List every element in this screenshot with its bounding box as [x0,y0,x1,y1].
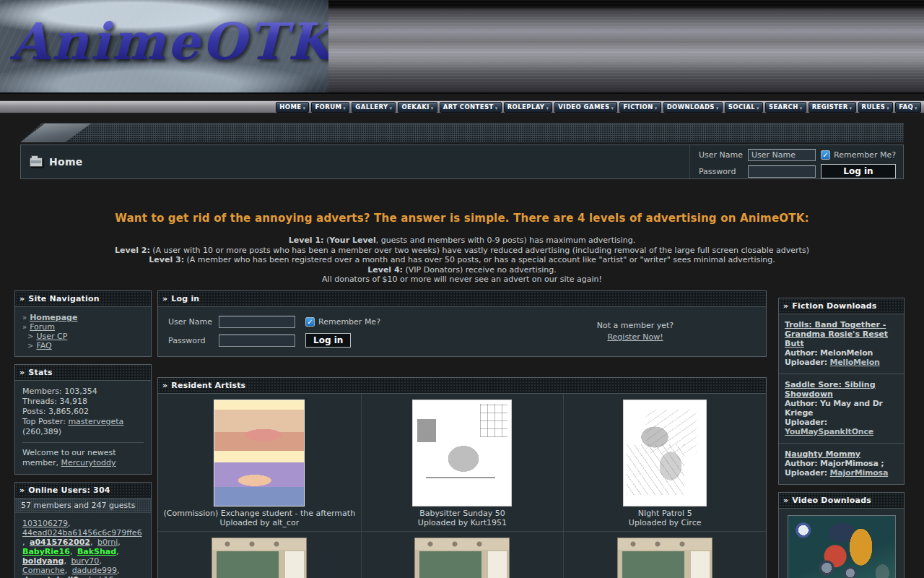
nav-item-rules[interactable]: RULES▾ [858,102,894,113]
fiction-uploader: Uploader: MajorMimosa [785,468,898,478]
panel-title: Log in [171,294,199,303]
top-login-form: User Name ✓ Remember Me? Password Log in [689,145,903,178]
password-input[interactable] [219,335,295,347]
nav-item-fiction[interactable]: FICTION▾ [619,102,661,113]
artist-thumbnail-link[interactable] [412,400,512,506]
artist-thumbnail-link[interactable] [617,538,712,578]
advert-notice: Want to get rid of the annoying adverts?… [0,212,924,285]
fiction-title-link[interactable]: Saddle Sore: Sibling Showdown [785,380,898,399]
dropdown-arrow-icon: ▾ [757,106,759,112]
nav-item-faq[interactable]: FAQ▾ [895,102,921,113]
uploader-link[interactable]: YouMaySpankItOnce [785,427,873,436]
site-logo[interactable]: AnimeOTK [10,12,328,72]
right-sidebar: »Fiction Downloads Trolls: Band Together… [778,298,905,578]
login-form: User Name ✓ Remember Me? Password Log in… [158,307,766,356]
remember-me: ✓ Remember Me? [305,317,515,327]
nav-item-oekaki[interactable]: OEKAKI▾ [398,102,437,113]
uploader-link[interactable]: MelloMelon [830,358,880,367]
artwork-cell [563,531,766,578]
nav-item-home[interactable]: HOME▾ [276,102,309,113]
fiction-title-link[interactable]: Trolls: Band Together - Grandma Rosie's … [785,320,898,348]
password-label: Password [699,167,743,176]
artist-thumbnail-link[interactable] [623,400,707,506]
username-label: User Name [168,317,213,327]
username-input[interactable] [219,316,295,328]
online-user-link[interactable]: dadude999 [72,566,117,575]
register-now-link[interactable]: Register Now! [607,332,663,342]
login-button[interactable]: Log in [305,333,351,348]
video-item: Tu Seras un Taxi, Mon Fils! [779,509,904,578]
fiction-title-link[interactable]: Naughty Mommy [785,449,860,459]
video-downloads-header: »Video Downloads [779,493,904,509]
nav-item-register[interactable]: REGISTER▾ [808,102,856,113]
online-user-link[interactable]: bury70 [71,556,99,566]
stat-members: Members: 103,354 [22,387,144,397]
artwork-title: (Commission) Exchange student - the afte… [162,509,357,518]
header-arrow-icon: » [783,301,788,311]
nav-item-video-games[interactable]: VIDEO GAMES▾ [554,102,617,113]
online-user-link[interactable]: Comanche [22,566,65,575]
nav-item-gallery[interactable]: GALLERY▾ [352,102,396,113]
login-button[interactable]: Log in [821,164,896,178]
sidebar-link-homepage[interactable]: Homepage [30,313,77,322]
separator: , [117,566,120,575]
artwork-title: NIght Patrol 5 [568,509,762,518]
nav-item-downloads[interactable]: DOWNLOADS▾ [663,102,723,113]
nav-item-forum[interactable]: FORUM▾ [311,102,349,113]
breadcrumb-panel: Home User Name ✓ Remember Me? Password L… [20,144,904,179]
decorative-banner-cap [20,124,101,142]
dropdown-arrow-icon: ▾ [302,106,305,112]
top-poster-link[interactable]: mastervegeta [68,417,123,426]
online-user-link[interactable]: b0rni [97,538,118,547]
nav-label: GALLERY [355,103,388,111]
username-input[interactable] [748,149,816,161]
online-user-link[interactable]: BabyRie16 [22,547,70,556]
site-navigation-header: »Site Navigation [15,291,151,307]
artist-thumbnail-link[interactable] [212,538,307,578]
artwork-cell: (Commission) Exchange student - the afte… [158,394,361,531]
header-arrow-icon: » [162,294,167,303]
nav-item-search[interactable]: SEARCH▾ [765,102,806,113]
online-user-link[interactable]: 103106279 [22,519,68,528]
nav-item-roleplay[interactable]: ROLEPLAY▾ [504,102,553,113]
advert-notice-heading: Want to get rid of the annoying adverts?… [0,212,924,225]
fiction-author: Author: MelonMelon [785,348,898,358]
artwork-image [214,400,305,506]
fiction-uploader: Uploader: YouMaySpankItOnce [785,418,898,436]
password-input[interactable] [748,165,816,178]
online-user-link[interactable]: dark16 [86,575,114,578]
header-arrow-icon: » [19,294,25,303]
video-thumbnail-link[interactable] [788,515,896,578]
stat-posts: Posts: 3,865,602 [22,407,144,417]
page-title: Home [49,156,83,168]
nav-item-art-contest[interactable]: ART CONTEST▾ [440,102,502,113]
panel-title: Resident Artists [171,381,245,390]
online-user-link[interactable]: 44ead024ba61456c6c979ffe6 [22,528,142,538]
link-arrow-icon: » [22,323,27,331]
online-user-link[interactable]: a0415762002 [30,538,90,547]
online-user-link[interactable]: BakShad [77,547,116,556]
panel-title: Video Downloads [792,496,871,505]
online-user-link[interactable]: damntohell0 [22,575,79,578]
advert-donators: All donators of $10 or more will never s… [0,275,924,285]
stats-panel: »Stats Members: 103,354 Threads: 34,918 … [14,364,152,475]
newest-member-link[interactable]: Mercurytoddy [61,458,116,467]
nav-item-social[interactable]: SOCIAL▾ [725,102,763,113]
dropdown-arrow-icon: ▾ [716,106,719,112]
remember-checkbox[interactable]: ✓ [305,317,315,327]
separator: , [22,538,25,547]
remember-checkbox[interactable]: ✓ [821,150,830,160]
sidebar-link-forum[interactable]: Forum [30,322,55,332]
artist-thumbnail-link[interactable] [214,400,305,506]
separator: , [116,547,119,556]
sidebar-link-faq[interactable]: FAQ [36,341,51,350]
fiction-item: Naughty Mommy Author: MajorMimosa ; Uplo… [779,443,904,484]
artwork-image [617,538,712,578]
advert-level-4: Level 4: (VIP Donators) receive no adver… [0,265,924,275]
site-navigation-panel: »Site Navigation »Homepage »Forum >User … [14,290,152,357]
uploader-link[interactable]: MajorMimosa [830,468,889,478]
online-user-link[interactable]: boldyang [22,556,64,566]
separator: , [114,575,117,578]
artist-thumbnail-link[interactable] [414,538,510,578]
sidebar-link-usercp[interactable]: User CP [36,332,67,341]
